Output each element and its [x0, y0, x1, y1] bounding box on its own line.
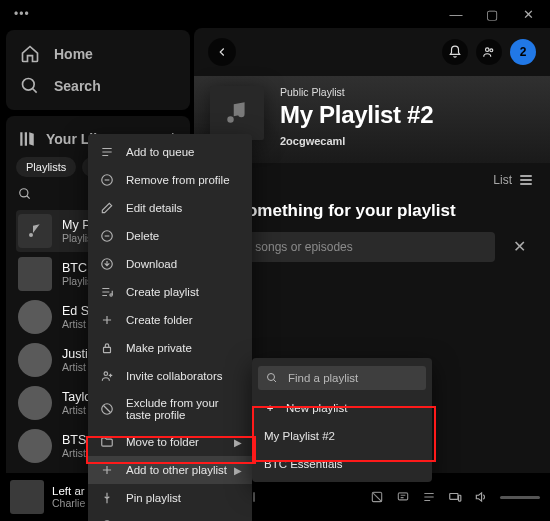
window-controls: — ▢ ✕ [438, 7, 546, 22]
back-button[interactable] [208, 38, 236, 66]
plus-icon: + [264, 402, 276, 414]
search-icon [266, 372, 278, 384]
library-icon [18, 130, 36, 148]
search-icon [20, 76, 40, 96]
find-search-input[interactable]: ch for songs or episodes [212, 232, 495, 262]
playlist-icon [100, 285, 114, 299]
svg-point-3 [20, 189, 28, 197]
submenu-search[interactable]: Find a playlist [258, 366, 426, 390]
svg-rect-10 [104, 347, 111, 352]
menu-label: Remove from profile [126, 174, 230, 186]
lyrics-icon[interactable] [396, 490, 410, 504]
queue-icon[interactable] [422, 490, 436, 504]
artwork [18, 429, 52, 463]
menu-label: Add to other playlist [126, 464, 227, 476]
menu-item-user[interactable]: Invite collaborators [88, 362, 252, 390]
menu-label: Delete [126, 230, 159, 242]
notifications-button[interactable] [442, 39, 468, 65]
devices-icon[interactable] [448, 490, 462, 504]
plus-icon [100, 313, 114, 327]
menu-label: Pin playlist [126, 492, 181, 504]
menu-item-playlist[interactable]: Create playlist [88, 278, 252, 306]
svg-rect-1 [20, 132, 22, 146]
pin-icon [100, 491, 114, 505]
volume-slider[interactable] [500, 496, 540, 499]
close-button[interactable]: ✕ [510, 7, 546, 22]
svg-point-4 [486, 48, 490, 52]
nav-home[interactable]: Home [16, 38, 180, 70]
download-icon [100, 257, 114, 271]
artwork [18, 300, 52, 334]
plus-icon [100, 463, 114, 477]
now-playing-track[interactable]: Left ar [52, 485, 85, 497]
menu-label: Edit details [126, 202, 182, 214]
nav-search[interactable]: Search [16, 70, 180, 102]
menu-label: Make private [126, 342, 192, 354]
menu-item-pin[interactable]: Pin playlist [88, 484, 252, 512]
now-playing-artist[interactable]: Charlie [52, 497, 85, 509]
menu-label: Invite collaborators [126, 370, 223, 382]
find-close-button[interactable]: ✕ [507, 231, 532, 262]
nav-panel: Home Search [6, 30, 190, 110]
friends-button[interactable] [476, 39, 502, 65]
menu-item-plus[interactable]: Create folder [88, 306, 252, 334]
menu-label: Move to folder [126, 436, 199, 448]
bell-icon [448, 45, 462, 59]
menu-item-folder[interactable]: Move to folder▶ [88, 428, 252, 456]
item-name: BTS [62, 433, 86, 447]
svg-rect-15 [398, 493, 407, 500]
menu-label: Download [126, 258, 177, 270]
artwork [18, 343, 52, 377]
remove-icon [100, 173, 114, 187]
music-note-icon [224, 100, 250, 126]
svg-point-0 [23, 79, 35, 91]
nav-search-label: Search [54, 78, 101, 94]
find-heading: nd something for your playlist [212, 201, 532, 221]
now-playing-view-icon[interactable] [370, 490, 384, 504]
view-label: List [493, 173, 512, 187]
maximize-button[interactable]: ▢ [474, 7, 510, 22]
playlist-owner[interactable]: 2ocgwecaml [280, 135, 433, 147]
avatar[interactable]: 2 [510, 39, 536, 65]
item-sub: Artist [62, 447, 86, 459]
now-playing-cover[interactable] [10, 480, 44, 514]
menu-item-share[interactable]: Share▶ [88, 512, 252, 521]
menu-item-download[interactable]: Download [88, 250, 252, 278]
artwork [18, 214, 52, 248]
queue-icon [100, 145, 114, 159]
menu-dots[interactable]: ••• [4, 7, 30, 21]
chevron-right-icon: ▶ [234, 465, 242, 476]
menu-item-plus[interactable]: Add to other playlist▶ [88, 456, 252, 484]
home-icon [20, 44, 40, 64]
menu-item-edit[interactable]: Edit details [88, 194, 252, 222]
menu-label: Add to queue [126, 146, 194, 158]
search-icon [18, 187, 32, 201]
svg-point-11 [104, 372, 108, 376]
volume-icon[interactable] [474, 490, 488, 504]
context-menu: Add to queueRemove from profileEdit deta… [88, 134, 252, 521]
menu-item-exclude[interactable]: Exclude from your taste profile [88, 390, 252, 428]
menu-item-delete[interactable]: Delete [88, 222, 252, 250]
delete-icon [100, 229, 114, 243]
edit-icon [100, 201, 114, 215]
view-toggle[interactable]: List [493, 173, 532, 187]
artwork [18, 257, 52, 291]
submenu-item[interactable]: My Playlist #2 [252, 422, 432, 450]
playlist-cover[interactable] [210, 86, 264, 140]
chip-playlists[interactable]: Playlists [16, 157, 76, 177]
artwork [18, 386, 52, 420]
menu-label: Create playlist [126, 286, 199, 298]
menu-item-queue[interactable]: Add to queue [88, 138, 252, 166]
menu-item-lock[interactable]: Make private [88, 334, 252, 362]
submenu-new-playlist[interactable]: +New playlist [252, 394, 432, 422]
chevron-right-icon: ▶ [234, 437, 242, 448]
titlebar: ••• — ▢ ✕ [0, 0, 550, 28]
minimize-button[interactable]: — [438, 7, 474, 22]
svg-point-5 [490, 49, 493, 52]
menu-label: Create folder [126, 314, 192, 326]
chevron-left-icon [215, 45, 229, 59]
folder-icon [100, 435, 114, 449]
menu-item-remove[interactable]: Remove from profile [88, 166, 252, 194]
exclude-icon [100, 402, 114, 416]
submenu-item[interactable]: BTC Essentials [252, 450, 432, 478]
